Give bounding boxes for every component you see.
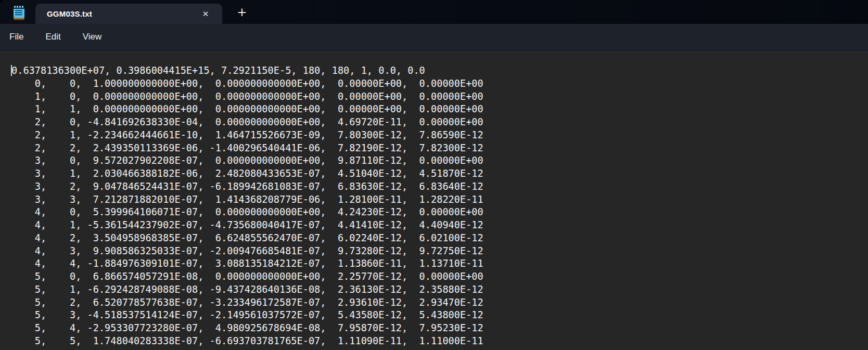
notepad-window: GGM03S.txt ✕ + File Edit View 0.63781363…: [0, 0, 868, 350]
text-caret: [11, 65, 12, 76]
tab-ggm03s[interactable]: GGM03S.txt ✕: [35, 4, 222, 24]
tab-title: GGM03S.txt: [35, 9, 92, 18]
menu-file[interactable]: File: [2, 29, 31, 45]
new-tab-button[interactable]: +: [233, 4, 251, 20]
menu-view[interactable]: View: [75, 29, 109, 45]
close-tab-icon[interactable]: ✕: [198, 7, 213, 21]
editor-text: 0.6378136300E+07, 0.3986004415E+15, 7.29…: [0, 50, 868, 348]
notepad-icon: [13, 6, 25, 20]
text-editor-area[interactable]: 0.6378136300E+07, 0.3986004415E+15, 7.29…: [0, 50, 868, 350]
menu-edit[interactable]: Edit: [38, 29, 68, 45]
menubar: File Edit View: [0, 24, 868, 50]
titlebar: GGM03S.txt ✕ +: [0, 0, 868, 24]
